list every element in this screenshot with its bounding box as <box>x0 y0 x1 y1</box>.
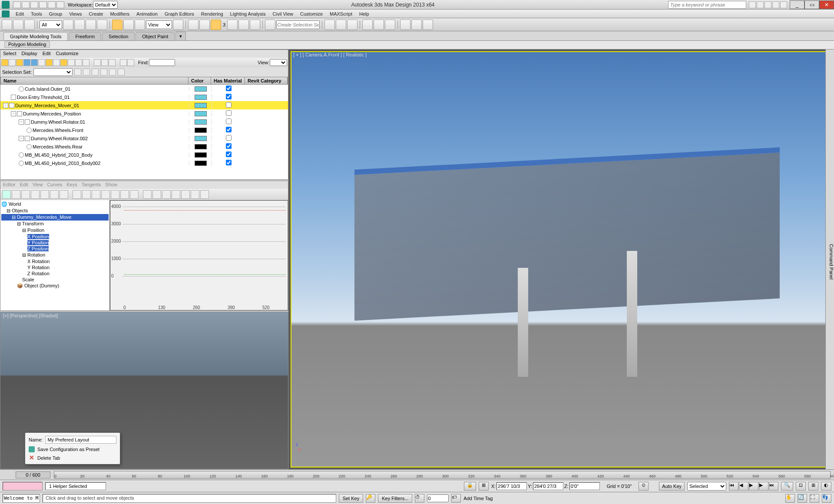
se-filter-geom-icon[interactable] <box>1 59 8 66</box>
schematic-view-icon[interactable] <box>374 20 384 30</box>
scene-row[interactable]: Mercedes.Wheels.Rear <box>0 142 288 151</box>
has-material-checkbox[interactable] <box>226 119 232 124</box>
time-tag-icon[interactable]: 🏷 <box>451 494 461 503</box>
addtimetag-label[interactable]: Add Time Tag <box>463 496 493 501</box>
menu-modifiers[interactable]: Modifiers <box>106 10 133 17</box>
se-displayall-icon[interactable] <box>94 59 101 66</box>
lock-selection-icon[interactable]: 🔒 <box>464 482 476 491</box>
perspective-viewport[interactable]: [+] [Perspective] [Shaded] Name: Save Co… <box>0 312 288 469</box>
se-col-color[interactable]: Color <box>189 77 211 84</box>
nav-zoom-extents-icon[interactable]: ⊞ <box>808 482 818 491</box>
nav-orbit-icon[interactable]: 🔄 <box>798 494 807 503</box>
se-menu-display[interactable]: Display <box>22 51 37 57</box>
align-icon[interactable] <box>336 20 346 30</box>
se-menu-edit[interactable]: Edit <box>43 51 51 57</box>
ce-pan-icon[interactable] <box>73 190 81 199</box>
maxscript-mini-listener[interactable]: Welcome to M <box>3 494 40 503</box>
menu-help[interactable]: Help <box>356 10 373 17</box>
se-displaynone-icon[interactable] <box>101 59 108 66</box>
ce-menu-editor[interactable]: Editor <box>3 182 16 188</box>
scene-row[interactable]: Mercedes.Wheels.Front <box>0 126 288 134</box>
se-menu-select[interactable]: Select <box>3 51 17 57</box>
ce-menu-keys[interactable]: Keys <box>66 182 77 188</box>
has-material-checkbox[interactable] <box>226 86 232 91</box>
ce-menu-tangents[interactable]: Tangents <box>82 182 101 188</box>
perspective-label[interactable]: [+] [Perspective] [Shaded] <box>3 313 58 318</box>
select-scale-icon[interactable] <box>135 20 145 30</box>
se-filter-shape-icon[interactable] <box>9 59 16 66</box>
ce-tangent-slow-icon[interactable] <box>172 190 180 199</box>
menu-views[interactable]: Views <box>66 10 85 17</box>
color-swatch[interactable] <box>195 103 207 108</box>
camera-viewport[interactable]: [ + ] [ Camera.A.Front ] [ Realistic ] z… <box>289 49 834 469</box>
nav-walkthrough-icon[interactable]: 👣 <box>822 494 831 503</box>
time-config-icon[interactable]: ⏱ <box>415 494 424 503</box>
se-col-revit[interactable]: Revit Category <box>245 77 288 84</box>
se-col-name[interactable]: Name <box>1 77 189 84</box>
ce-add-keys-icon[interactable] <box>40 190 49 199</box>
select-link-icon[interactable] <box>2 20 12 30</box>
color-swatch[interactable] <box>195 86 207 92</box>
menu-customize[interactable]: Customize <box>297 10 326 17</box>
has-material-checkbox[interactable] <box>226 160 232 165</box>
se-selset-select[interactable] <box>33 68 73 76</box>
se-view-select[interactable] <box>270 59 287 66</box>
ctx-delete-tab[interactable]: ✕ Delete Tab <box>27 454 118 462</box>
ce-menu-show[interactable]: Show <box>105 182 117 188</box>
se-sync-icon[interactable] <box>120 59 127 66</box>
menu-lighting[interactable]: Lighting Analysis <box>227 10 269 17</box>
se-filter-bone-icon[interactable] <box>60 59 67 66</box>
scene-row[interactable]: Curb.Island.Outer_01 <box>0 85 288 93</box>
maximize-button[interactable]: ▭ <box>804 0 819 9</box>
se-filter-group-icon[interactable] <box>46 59 53 66</box>
qat-redo-icon[interactable] <box>48 1 56 8</box>
keyboard-shortcut-icon[interactable] <box>199 20 210 30</box>
qat-save-icon[interactable] <box>30 1 38 8</box>
frame-spinner[interactable] <box>427 494 449 502</box>
edit-named-sel-icon[interactable] <box>265 20 275 30</box>
help-search-input[interactable] <box>668 1 746 9</box>
menu-maxscript[interactable]: MAXScript <box>326 10 356 17</box>
tree-expand-icon[interactable]: - <box>3 103 8 108</box>
bind-space-warp-icon[interactable] <box>24 20 35 30</box>
se-highlight-icon[interactable] <box>109 69 116 76</box>
tab-graphite[interactable]: Graphite Modeling Tools <box>3 32 68 40</box>
has-material-checkbox[interactable] <box>226 94 232 99</box>
nav-zoom-all-icon[interactable]: ⊡ <box>796 482 806 491</box>
se-col-hasmat[interactable]: Has Material <box>211 77 245 84</box>
select-region-icon[interactable] <box>86 20 96 30</box>
select-object-icon[interactable] <box>63 20 73 30</box>
subscription-icon[interactable] <box>749 1 756 8</box>
select-rotate-icon[interactable] <box>123 20 134 30</box>
scene-row[interactable]: -Dummy_Mercedes_Mover_01 <box>0 101 288 109</box>
comm-icon[interactable] <box>764 1 771 8</box>
color-swatch[interactable] <box>195 119 207 125</box>
has-material-checkbox[interactable] <box>226 152 232 157</box>
color-swatch[interactable] <box>195 95 207 100</box>
ce-zoom-vert-icon[interactable] <box>92 190 100 199</box>
y-spinner[interactable] <box>533 482 563 490</box>
qat-open-icon[interactable] <box>22 1 30 8</box>
autokey-button[interactable]: Auto Key <box>659 482 685 491</box>
scene-row[interactable]: -Dummy.Mercedes_Position <box>0 109 288 118</box>
ce-tangent-auto-icon[interactable] <box>143 190 152 199</box>
maxscript-mini-listener-left[interactable] <box>3 482 43 491</box>
scene-row[interactable]: -Dummy.Wheel.Rotator.002 <box>0 134 288 142</box>
keyfilters-button[interactable]: Key Filters... <box>378 494 412 503</box>
se-displayinvert-icon[interactable] <box>109 59 116 66</box>
ce-menu-curves[interactable]: Curves <box>47 182 62 188</box>
ce-tangent-step-icon[interactable] <box>181 190 190 199</box>
ref-coord-select[interactable]: View <box>146 20 172 29</box>
exchange-icon[interactable] <box>757 1 764 8</box>
ce-menu-view[interactable]: View <box>33 182 43 188</box>
ce-graph-area[interactable]: 400030002000100000130260390520 <box>110 200 288 310</box>
ctx-save-preset[interactable]: Save Configuration as Preset <box>27 445 118 454</box>
render-frame-icon[interactable] <box>411 20 422 30</box>
ce-move-keys-icon[interactable] <box>2 190 11 199</box>
has-material-checkbox[interactable] <box>226 102 232 108</box>
snap-toggle-icon[interactable] <box>211 20 221 30</box>
material-editor-icon[interactable] <box>385 20 395 30</box>
menu-animation[interactable]: Animation <box>133 10 161 17</box>
has-material-checkbox[interactable] <box>226 110 232 116</box>
manipulate-icon[interactable] <box>188 20 199 30</box>
